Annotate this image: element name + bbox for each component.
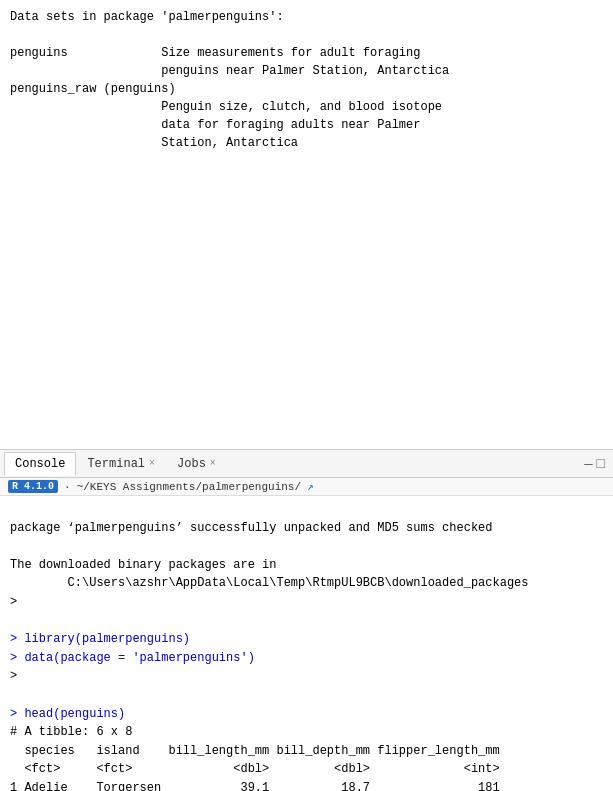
tab-jobs-close[interactable]: × <box>210 458 216 469</box>
col-subheader: <fct> <fct> <dbl> <dbl> <int> <box>10 762 500 776</box>
maximize-icon[interactable]: □ <box>597 456 605 472</box>
downloaded-line2: C:\Users\azshr\AppData\Local\Temp\RtmpUL… <box>10 576 528 590</box>
cmd-data: > data(package = 'palmerpenguins') <box>10 651 255 665</box>
tab-jobs-label: Jobs <box>177 457 206 471</box>
cmd-head: > head(penguins) <box>10 707 125 721</box>
status-path-icon[interactable]: ↗ <box>307 480 314 493</box>
tab-terminal-close[interactable]: × <box>149 458 155 469</box>
r-output-area: Data sets in package 'palmerpenguins': p… <box>0 0 613 450</box>
tab-console[interactable]: Console <box>4 452 76 476</box>
console-area: R 4.1.0 · ~/KEYS Assignments/palmerpengu… <box>0 478 613 791</box>
tab-console-label: Console <box>15 457 65 471</box>
r-logo: R 4.1.0 <box>8 480 58 493</box>
tab-terminal[interactable]: Terminal × <box>76 452 166 476</box>
tab-jobs[interactable]: Jobs × <box>166 452 227 476</box>
downloaded-line1: The downloaded binary packages are in <box>10 558 276 572</box>
unpacked-line: package ‘palmerpenguins’ successfully un… <box>10 521 492 535</box>
panel-tabs-bar: Console Terminal × Jobs × — □ <box>0 450 613 478</box>
tab-terminal-label: Terminal <box>87 457 145 471</box>
prompt2: > <box>10 669 17 683</box>
cmd-library: > library(palmerpenguins) <box>10 632 190 646</box>
minimize-icon[interactable]: — <box>584 456 592 472</box>
row1: 1 Adelie Torgersen 39.1 18.7 181 <box>10 781 500 791</box>
prompt1: > <box>10 595 17 609</box>
status-separator: · <box>64 481 71 493</box>
col-header: species island bill_length_mm bill_depth… <box>10 744 500 758</box>
console-content[interactable]: package ‘palmerpenguins’ successfully un… <box>0 496 613 791</box>
status-path: ~/KEYS Assignments/palmerpenguins/ <box>77 481 301 493</box>
blank-line <box>10 539 17 553</box>
r-status-bar: R 4.1.0 · ~/KEYS Assignments/palmerpengu… <box>0 478 613 496</box>
tibble-header: # A tibble: 6 x 8 <box>10 725 132 739</box>
